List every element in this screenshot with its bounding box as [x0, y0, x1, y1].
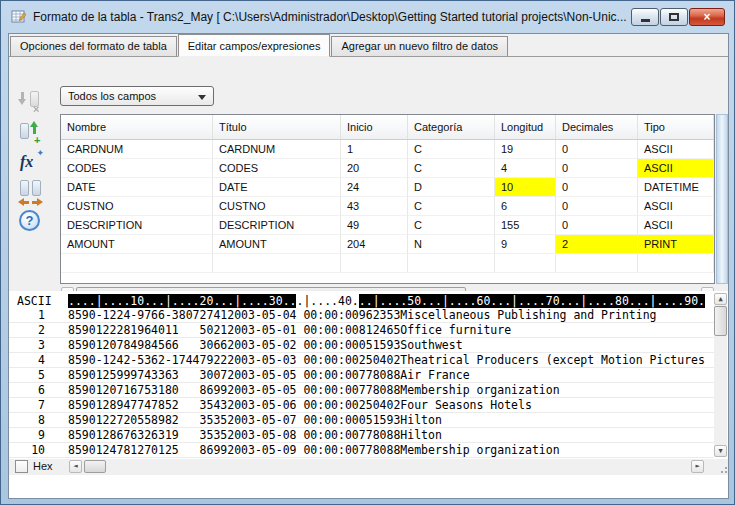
column-header-longitud[interactable]: Longitud	[495, 115, 556, 139]
fields-table-header: Nombre Título Inicio Categoría Longitud …	[61, 115, 714, 140]
preview-bottom-bar: Hex ◄ ►	[9, 459, 728, 475]
fields-table: Nombre Título Inicio Categoría Longitud …	[60, 114, 715, 284]
chevron-down-icon	[198, 95, 206, 100]
column-header-inicio[interactable]: Inicio	[341, 115, 408, 139]
preview-vertical-scrollbar[interactable]: ▲ ▼	[714, 293, 727, 457]
close-icon: ×	[703, 10, 710, 24]
cell-categoria[interactable]: C	[408, 140, 495, 159]
cell-decimales[interactable]: 0	[556, 140, 638, 159]
edit-expression-button[interactable]: fx ✦	[17, 149, 45, 177]
cell-nombre[interactable]: CARDNUM	[61, 140, 213, 159]
table-vertical-scrollbar[interactable]	[716, 114, 728, 284]
preview-row: 38590120784984566 30662003-05-02 00:00:0…	[9, 338, 714, 353]
cell-decimales[interactable]: 0	[556, 178, 638, 197]
tab-opciones-formato[interactable]: Opciones del formato de tabla	[10, 36, 177, 56]
cell-nombre[interactable]: AMOUNT	[61, 235, 213, 254]
cell-tipo-highlighted[interactable]: ASCII	[638, 159, 714, 178]
dialog-window: Formato de la tabla - Trans2_May [ C:\Us…	[0, 0, 735, 505]
cell-longitud[interactable]: 6	[495, 197, 556, 216]
cell-tipo[interactable]: DATETIME	[638, 178, 714, 197]
preview-row: 68590120716753180 86992003-05-05 00:00:0…	[9, 383, 714, 398]
table-row: CARDNUM CARDNUM 1 C 19 0 ASCII	[61, 140, 714, 159]
column-header-nombre[interactable]: Nombre	[61, 115, 213, 139]
cell-decimales[interactable]: 0	[556, 159, 638, 178]
cell-inicio[interactable]: 49	[341, 216, 408, 235]
cell-tipo[interactable]: ASCII	[638, 140, 714, 159]
column-header-decimales[interactable]: Decimales	[556, 115, 638, 139]
data-preview: ASCII ....|....10...|....20...|....30...…	[9, 291, 728, 498]
column-header-tipo[interactable]: Tipo	[638, 115, 714, 139]
cell-titulo[interactable]: DESCRIPTION	[213, 216, 341, 235]
minimize-button[interactable]	[631, 8, 659, 26]
scroll-down-icon[interactable]: ▼	[714, 445, 727, 457]
preview-gutter-header: ASCII	[17, 294, 52, 308]
cell-inicio[interactable]: 1	[341, 140, 408, 159]
close-button[interactable]: ×	[689, 8, 725, 26]
preview-row: 48590-1242-5362-174479222003-05-03 00:00…	[9, 353, 714, 368]
cell-titulo[interactable]: CUSTNO	[213, 197, 341, 216]
cell-tipo[interactable]: ASCII	[638, 197, 714, 216]
dialog-content: Opciones del formato de tabla Editar cam…	[8, 33, 729, 499]
cell-categoria[interactable]: C	[408, 197, 495, 216]
scroll-up-icon[interactable]: ▲	[714, 293, 727, 305]
cell-nombre[interactable]: CODES	[61, 159, 213, 178]
cell-decimales[interactable]: 0	[556, 197, 638, 216]
hex-checkbox-label: Hex	[33, 460, 53, 473]
help-icon: ?	[19, 210, 40, 231]
scrollbar-thumb[interactable]	[714, 306, 727, 336]
preview-row: 98590128676326319 35352003-05-08 00:00:0…	[9, 428, 714, 443]
cell-nombre[interactable]: DESCRIPTION	[61, 216, 213, 235]
field-filter-dropdown[interactable]: Todos los campos	[60, 86, 214, 106]
help-button[interactable]: ?	[17, 208, 45, 236]
add-field-button[interactable]: +	[17, 119, 45, 147]
scroll-left-icon[interactable]: ◄	[69, 460, 82, 473]
tab-agregar-filtro[interactable]: Agregar un nuevo filtro de datos	[331, 36, 508, 56]
window-title: Formato de la tabla - Trans2_May [ C:\Us…	[33, 10, 627, 24]
cell-titulo[interactable]: CARDNUM	[213, 140, 341, 159]
column-header-titulo[interactable]: Título	[213, 115, 341, 139]
cell-categoria[interactable]: C	[408, 216, 495, 235]
preview-horizontal-scrollbar[interactable]: ◄ ►	[68, 459, 705, 474]
delete-field-button[interactable]: ×	[17, 88, 45, 116]
maximize-button[interactable]	[660, 8, 688, 26]
cell-longitud[interactable]: 4	[495, 159, 556, 178]
preview-row: 18590-1224-9766-380727412003-05-04 00:00…	[9, 308, 714, 323]
cell-inicio[interactable]: 24	[341, 178, 408, 197]
preview-row: 58590125999743363 30072003-05-05 00:00:0…	[9, 368, 714, 383]
scrollbar-thumb[interactable]	[84, 460, 106, 473]
cell-longitud-highlighted[interactable]: 10	[495, 178, 556, 197]
preview-row: 108590124781270125 86992003-05-09 00:00:…	[9, 443, 714, 458]
cell-categoria[interactable]: C	[408, 159, 495, 178]
swap-columns-button[interactable]	[17, 179, 45, 207]
tab-editar-campos[interactable]: Editar campos/expresiones	[178, 34, 331, 57]
cell-titulo[interactable]: DATE	[213, 178, 341, 197]
field-filter-value: Todos los campos	[68, 90, 156, 102]
tab-bar: Opciones del formato de tabla Editar cam…	[9, 34, 728, 57]
cell-longitud[interactable]: 155	[495, 216, 556, 235]
cell-titulo[interactable]: CODES	[213, 159, 341, 178]
table-row: AMOUNT AMOUNT 204 N 9 2 PRINT	[61, 235, 714, 254]
cell-titulo[interactable]: AMOUNT	[213, 235, 341, 254]
cell-nombre[interactable]: CUSTNO	[61, 197, 213, 216]
cell-tipo[interactable]: ASCII	[638, 216, 714, 235]
minimize-icon	[641, 19, 650, 22]
cell-inicio[interactable]: 20	[341, 159, 408, 178]
column-header-categoria[interactable]: Categoría	[408, 115, 495, 139]
preview-row: 88590122720558982 35352003-05-07 00:00:0…	[9, 413, 714, 428]
cell-longitud[interactable]: 19	[495, 140, 556, 159]
cell-categoria[interactable]: D	[408, 178, 495, 197]
scroll-right-icon[interactable]: ►	[691, 460, 704, 473]
cell-inicio[interactable]: 204	[341, 235, 408, 254]
preview-row: 28590122281964011 50212003-05-01 00:00:0…	[9, 323, 714, 338]
cell-inicio[interactable]: 43	[341, 197, 408, 216]
hex-checkbox[interactable]	[15, 460, 28, 473]
cell-decimales-highlighted[interactable]: 2	[556, 235, 638, 254]
cell-tipo-highlighted[interactable]: PRINT	[638, 235, 714, 254]
cell-nombre[interactable]: DATE	[61, 178, 213, 197]
window-icon	[11, 9, 27, 25]
cell-decimales[interactable]: 0	[556, 216, 638, 235]
titlebar[interactable]: Formato de la tabla - Trans2_May [ C:\Us…	[1, 1, 734, 32]
resize-grip-icon[interactable]	[716, 462, 727, 473]
cell-longitud[interactable]: 9	[495, 235, 556, 254]
cell-categoria[interactable]: N	[408, 235, 495, 254]
